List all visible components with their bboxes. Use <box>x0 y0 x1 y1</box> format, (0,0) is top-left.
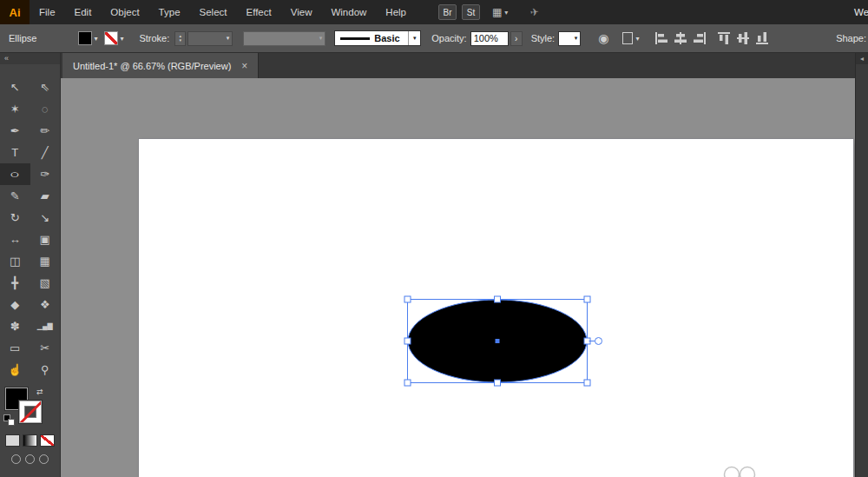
default-fill-stroke-button[interactable] <box>3 414 16 427</box>
selection-handle[interactable] <box>404 380 411 386</box>
lasso-tool[interactable]: ◌ <box>30 98 61 120</box>
draw-behind-mode-button[interactable] <box>25 454 35 464</box>
magic-wand-tool-icon: ✶ <box>10 103 20 115</box>
direct-selection-tool[interactable]: ⇖ <box>30 76 61 98</box>
variable-width-profile-dropdown[interactable]: ▾ <box>243 31 326 46</box>
opacity-flyout-button[interactable]: › <box>510 31 523 46</box>
document-tab[interactable]: Untitled-1* @ 66.67% (RGB/Preview) × <box>62 53 259 78</box>
menu-window[interactable]: Window <box>321 0 376 24</box>
slice-tool[interactable]: ✂ <box>30 337 61 359</box>
hand-tool[interactable]: ☝ <box>0 359 30 381</box>
artboard-tool[interactable]: ▭ <box>0 337 30 359</box>
menu-file[interactable]: File <box>30 0 65 24</box>
swap-fill-stroke-icon[interactable]: ⇄ <box>36 388 43 396</box>
stepper-down-icon[interactable]: ▾ <box>180 38 182 43</box>
align-center-icon[interactable] <box>674 31 687 45</box>
selection-handle[interactable] <box>584 296 590 302</box>
stock-button[interactable]: St <box>462 4 480 20</box>
draw-inside-mode-button[interactable] <box>39 454 49 464</box>
color-button[interactable] <box>5 434 20 447</box>
curvature-tool[interactable]: ✏ <box>30 120 61 142</box>
artboard-tool-icon: ▭ <box>10 342 20 354</box>
selection-handle[interactable] <box>404 296 411 302</box>
gradient-button[interactable] <box>23 434 37 447</box>
symbol-sprayer-tool[interactable]: ✽ <box>0 315 30 337</box>
collapse-toolbar-button[interactable]: « <box>0 53 60 64</box>
column-graph-tool-icon: ▁▄▇ <box>37 323 53 330</box>
eraser-tool[interactable]: ▰ <box>30 185 61 207</box>
selection-tool[interactable]: ↖ <box>0 76 30 98</box>
style-dropdown[interactable]: ▾ <box>558 31 581 46</box>
stroke-weight-stepper[interactable]: ▴ ▾ <box>174 31 186 46</box>
stroke-weight-dropdown[interactable]: ▾ <box>187 31 233 46</box>
selection-handle[interactable] <box>584 380 590 386</box>
opacity-input[interactable] <box>470 31 509 46</box>
type-tool[interactable]: T <box>0 142 30 163</box>
shape-builder-tool[interactable]: ◫ <box>0 250 30 272</box>
brush-definition-dropdown[interactable]: Basic ▾ <box>334 30 421 46</box>
fill-swatch[interactable] <box>78 31 92 45</box>
curvature-tool-icon: ✏ <box>40 125 49 136</box>
menu-edit[interactable]: Edit <box>65 0 102 24</box>
scale-tool-icon: ↘ <box>40 212 49 223</box>
selection-handle[interactable] <box>404 338 411 344</box>
none-button[interactable] <box>40 434 55 447</box>
expand-panels-icon[interactable]: ◂ <box>856 53 868 64</box>
perspective-grid-tool[interactable]: ▦ <box>30 250 61 272</box>
menu-effect[interactable]: Effect <box>237 0 281 24</box>
selection-handle[interactable] <box>495 296 501 302</box>
workspace-dropdown-arrow-icon: ▾ <box>504 9 508 17</box>
center-anchor[interactable] <box>496 339 500 343</box>
recolor-artwork-icon[interactable]: ◉ <box>598 32 608 44</box>
workspace-switcher[interactable]: ▦ ▾ <box>492 6 508 18</box>
zoom-tool[interactable]: ⚲ <box>30 359 61 381</box>
magic-wand-tool[interactable]: ✶ <box>0 98 30 120</box>
document-tab-bar: Untitled-1* @ 66.67% (RGB/Preview) × <box>61 53 855 78</box>
control-bar: Ellipse ▾ ▾ Stroke: ▴ ▾ ▾ ▾ Basic ▾ Opac… <box>0 24 868 53</box>
paintbrush-tool[interactable]: ✑ <box>30 163 61 185</box>
width-tool[interactable]: ↔ <box>0 229 30 250</box>
menu-object[interactable]: Object <box>101 0 148 24</box>
brush-dropdown-arrow-icon[interactable]: ▾ <box>408 31 420 45</box>
scale-tool[interactable]: ↘ <box>30 207 61 229</box>
stroke-color-control[interactable]: ▾ <box>104 31 123 45</box>
blend-tool[interactable]: ❖ <box>30 294 61 315</box>
gradient-tool[interactable]: ▧ <box>30 272 61 294</box>
close-tab-icon[interactable]: × <box>241 60 247 72</box>
app-logo: Ai <box>0 0 30 24</box>
vertical-align-center-icon[interactable] <box>736 31 750 45</box>
pen-tool[interactable]: ✒ <box>0 120 30 142</box>
vertical-align-bottom-icon[interactable] <box>755 31 769 45</box>
canvas-area[interactable] <box>61 78 855 477</box>
align-right-icon[interactable] <box>693 31 707 45</box>
document-setup-control[interactable]: ▾ <box>622 32 639 44</box>
align-left-icon[interactable] <box>654 31 668 45</box>
document-tab-title: Untitled-1* @ 66.67% (RGB/Preview) <box>73 61 231 71</box>
column-graph-tool[interactable]: ▁▄▇ <box>30 315 61 337</box>
mesh-tool[interactable]: ╋ <box>0 272 30 294</box>
panel-dock-collapsed[interactable]: ◂ <box>855 53 868 477</box>
stroke-weight-label: Stroke: <box>139 33 169 43</box>
menu-select[interactable]: Select <box>190 0 237 24</box>
stroke-dropdown-arrow-icon[interactable]: ▾ <box>120 35 123 43</box>
rotate-widget-handle[interactable] <box>595 338 602 345</box>
menu-view[interactable]: View <box>281 0 322 24</box>
share-icon[interactable]: ✈ <box>529 5 540 18</box>
vertical-align-top-icon[interactable] <box>717 31 731 45</box>
selection-handle[interactable] <box>495 380 501 386</box>
bridge-button[interactable]: Br <box>438 4 457 20</box>
line-segment-tool[interactable]: ╱ <box>30 142 61 163</box>
rotate-tool[interactable]: ↻ <box>0 207 30 229</box>
menu-type[interactable]: Type <box>149 0 190 24</box>
draw-normal-mode-button[interactable] <box>11 454 21 464</box>
menu-help[interactable]: Help <box>376 0 416 24</box>
pencil-tool[interactable]: ✎ <box>0 185 30 207</box>
ellipse-tool[interactable]: ○ <box>0 163 30 185</box>
eyedropper-tool-icon: ◆ <box>10 299 19 310</box>
fill-color-control[interactable]: ▾ <box>78 31 97 45</box>
stroke-swatch[interactable] <box>104 31 118 45</box>
stroke-color-box[interactable] <box>19 401 42 423</box>
fill-dropdown-arrow-icon[interactable]: ▾ <box>94 35 97 43</box>
eyedropper-tool[interactable]: ◆ <box>0 294 30 315</box>
free-transform-tool[interactable]: ▣ <box>30 229 61 250</box>
